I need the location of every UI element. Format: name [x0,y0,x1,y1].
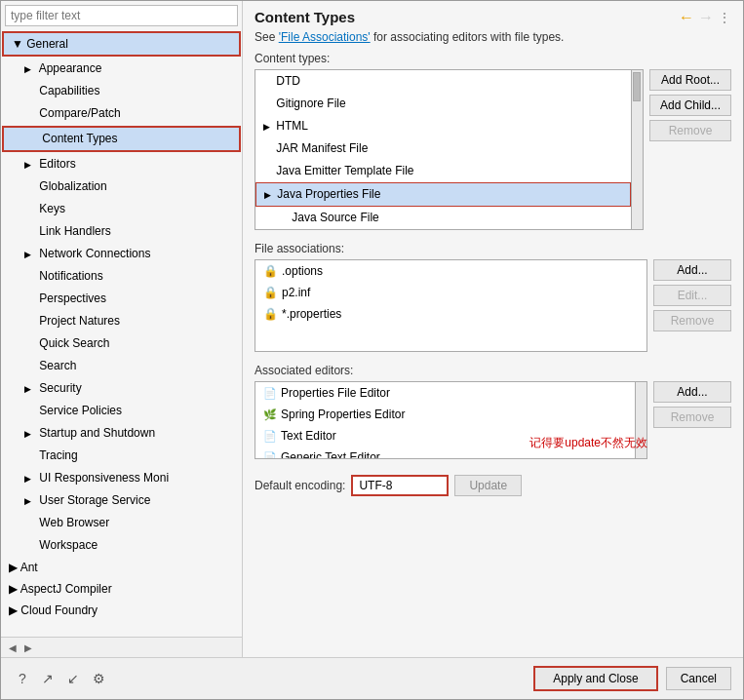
tree-item-service-policies[interactable]: Service Policies [1,400,242,422]
header-icons: ← → ⋮ [679,9,731,26]
preferences-icon[interactable]: ⚙ [89,669,108,688]
tree-item-ui-responsiveness[interactable]: ▶ UI Responsiveness Moni [1,467,242,489]
tree-item-editors[interactable]: ▶ Editors [1,153,242,175]
tree-item-compare-patch[interactable]: Compare/Patch [1,102,242,125]
content-types-list: DTD Gitignore File ▶ HTML [255,69,632,230]
fa-item-options[interactable]: 🔒 .options [255,260,646,282]
ed-item-props-editor[interactable]: 📄 Properties File Editor [255,382,635,404]
tree-item-quick-search[interactable]: Quick Search [1,332,242,355]
tree-item-cloud-foundry[interactable]: ▶ Cloud Foundry [1,600,242,621]
add-fa-button[interactable]: Add... [653,259,731,281]
expand-arrow: ▼ [12,37,23,51]
update-button[interactable]: Update [454,475,522,496]
lock-icon-options: 🔒 [263,262,278,280]
lock-icon-properties: 🔒 [263,305,278,323]
ct-item-jet[interactable]: Java Emitter Template File [255,160,631,182]
remove-ed-button[interactable]: Remove [653,407,731,428]
ct-item-java-props[interactable]: ▶ Java Properties File [255,182,631,207]
encoding-input[interactable] [351,475,449,496]
spring-icon: 🌿 [263,406,277,423]
scroll-thumb [633,72,641,101]
encoding-label: Default encoding: [255,479,345,492]
editors-buttons: Add... Remove [653,381,731,465]
nav-back-arrow[interactable]: ◀ [5,640,20,655]
remove-fa-button[interactable]: Remove [653,310,731,331]
tree-item-general[interactable]: ▼ General [2,31,241,57]
tree-item-project-natures[interactable]: Project Natures [1,310,242,332]
file-assoc-link[interactable]: 'File Associations' [279,30,371,44]
right-panel: Content Types ← → ⋮ See 'File Associatio… [243,1,743,657]
chinese-note: 记得要update不然无效 [529,435,647,451]
file-assoc-buttons: Add... Edit... Remove [653,259,731,358]
tree-item-appearance[interactable]: ▶ Appearance [1,58,242,80]
editors-list-section: 📄 Properties File Editor 🌿 Spring Proper… [255,381,647,465]
ct-item-gitignore[interactable]: Gitignore File [255,93,631,115]
remove-ct-button[interactable]: Remove [649,120,731,141]
help-icon[interactable]: ? [13,669,32,688]
doc-icon-props: 📄 [263,384,277,402]
tree-item-keys[interactable]: Keys [1,198,242,220]
tree-item-perspectives[interactable]: Perspectives [1,288,242,310]
tree-item-globalization[interactable]: Globalization [1,175,242,198]
description: See 'File Associations' for associating … [255,30,731,44]
doc-icon-text: 📄 [263,427,277,445]
content-types-list-section: DTD Gitignore File ▶ HTML [255,69,644,236]
back-icon[interactable]: ← [679,9,694,26]
file-assoc-label: File associations: [255,242,731,255]
ct-item-javascript[interactable]: JavaScript Source File [255,229,631,230]
content-types-box: DTD Gitignore File ▶ HTML [255,69,644,230]
tree-item-ant[interactable]: ▶ Ant [1,557,242,578]
fa-item-properties[interactable]: 🔒 *.properties [255,303,646,325]
nav-forward-arrow[interactable]: ▶ [20,640,36,655]
file-assoc-list-section: 🔒 .options 🔒 p2.inf 🔒 *.properties [255,259,647,358]
tree-item-security[interactable]: ▶ Security [1,377,242,400]
ed-item-spring-editor[interactable]: 🌿 Spring Properties Editor [255,404,635,425]
preferences-dialog: ▼ General ▶ Appearance Capabilities Comp… [0,0,744,700]
ct-item-jar[interactable]: JAR Manifest File [255,137,631,160]
tree-item-link-handlers[interactable]: Link Handlers [1,220,242,243]
tree-item-startup-shutdown[interactable]: ▶ Startup and Shutdown [1,422,242,445]
left-panel: ▼ General ▶ Appearance Capabilities Comp… [1,1,243,657]
tree-navigation: ◀ ▶ [1,637,242,657]
dialog-body: ▼ General ▶ Appearance Capabilities Comp… [1,1,743,657]
tree-item-capabilities[interactable]: Capabilities [1,80,242,102]
add-root-button[interactable]: Add Root... [649,69,731,91]
tree-item-search[interactable]: Search [1,355,242,377]
editors-section: 📄 Properties File Editor 🌿 Spring Proper… [255,381,731,465]
file-assoc-section: 🔒 .options 🔒 p2.inf 🔒 *.properties [255,259,731,358]
filter-input[interactable] [5,5,238,26]
content-types-scrollbar[interactable] [632,69,644,230]
assoc-editors-label: Associated editors: [255,364,731,377]
tree-item-user-storage[interactable]: ▶ User Storage Service [1,489,242,512]
file-assoc-list: 🔒 .options 🔒 p2.inf 🔒 *.properties [255,259,647,352]
edit-fa-button[interactable]: Edit... [653,285,731,306]
tree-item-tracing[interactable]: Tracing [1,445,242,467]
tree-item-workspace[interactable]: Workspace [1,534,242,557]
cancel-button[interactable]: Cancel [666,667,731,690]
ct-item-java-source[interactable]: Java Source File [255,207,631,229]
tree-item-content-types[interactable]: Content Types [2,126,241,152]
content-types-label: Content types: [255,52,731,65]
apply-close-button[interactable]: Apply and Close [533,666,657,691]
add-child-button[interactable]: Add Child... [649,95,731,116]
editors-section-wrapper: 📄 Properties File Editor 🌿 Spring Proper… [255,381,731,471]
forward-icon[interactable]: → [698,9,714,26]
encoding-row: Default encoding: Update [255,475,731,496]
lock-icon-p2inf: 🔒 [263,284,278,301]
fa-item-p2inf[interactable]: 🔒 p2.inf [255,282,646,303]
tree-item-aspectj[interactable]: ▶ AspectJ Compiler [1,578,242,600]
dialog-footer: ? ↗ ↙ ⚙ Apply and Close Cancel [1,657,743,699]
add-ed-button[interactable]: Add... [653,381,731,403]
tree-item-notifications[interactable]: Notifications [1,265,242,288]
import-icon[interactable]: ↙ [63,669,83,688]
tree-item-web-browser[interactable]: Web Browser [1,512,242,534]
tree-item-network-connections[interactable]: ▶ Network Connections [1,243,242,265]
ct-item-dtd[interactable]: DTD [255,70,631,93]
menu-icon[interactable]: ⋮ [718,10,731,25]
export-icon[interactable]: ↗ [38,669,58,688]
footer-left-icons: ? ↗ ↙ ⚙ [13,669,108,688]
right-header: Content Types ← → ⋮ [255,9,731,26]
tree-area: ▼ General ▶ Appearance Capabilities Comp… [1,30,242,637]
content-types-buttons: Add Root... Add Child... Remove [649,69,731,236]
ct-item-html[interactable]: ▶ HTML [255,115,631,137]
